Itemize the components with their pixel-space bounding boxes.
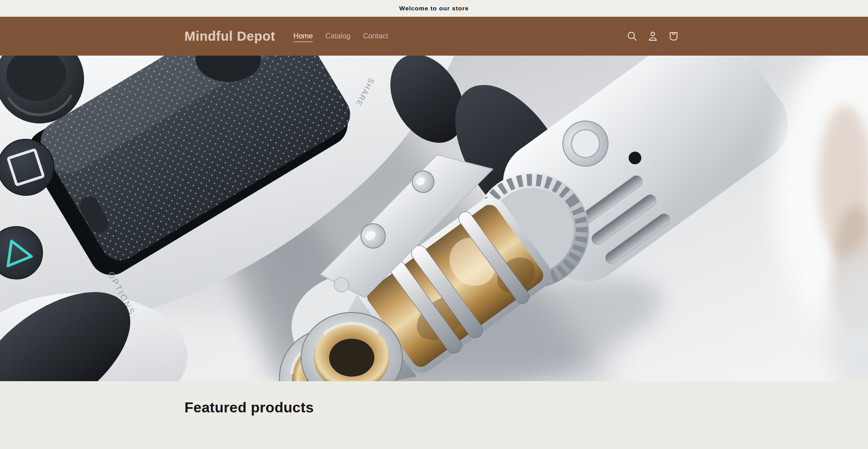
search-icon (626, 30, 638, 42)
nav-link-catalog[interactable]: Catalog (326, 32, 350, 40)
account-button[interactable] (643, 26, 663, 46)
search-button[interactable] (622, 26, 642, 46)
store-logo[interactable]: Mindful Depot (184, 29, 275, 44)
hero-image: OPTIONS SHARE (0, 56, 868, 381)
nav-link-contact[interactable]: Contact (363, 32, 388, 40)
featured-products-section: Featured products (0, 381, 868, 449)
main-nav: Home Catalog Contact (293, 32, 388, 40)
account-icon (647, 30, 659, 42)
header-icons (622, 26, 684, 46)
cart-icon (668, 30, 679, 42)
site-header: Mindful Depot Home Catalog Contact (0, 17, 868, 56)
cart-button[interactable] (664, 26, 684, 46)
hero-banner: OPTIONS SHARE (0, 56, 868, 381)
square-button (0, 139, 54, 195)
announcement-bar: Welcome to our store (0, 0, 868, 17)
nav-link-home[interactable]: Home (293, 32, 313, 40)
featured-inner: Featured products (184, 381, 684, 416)
header-inner: Mindful Depot Home Catalog Contact (184, 26, 684, 46)
featured-products-heading: Featured products (184, 399, 684, 416)
announcement-text: Welcome to our store (399, 5, 469, 12)
